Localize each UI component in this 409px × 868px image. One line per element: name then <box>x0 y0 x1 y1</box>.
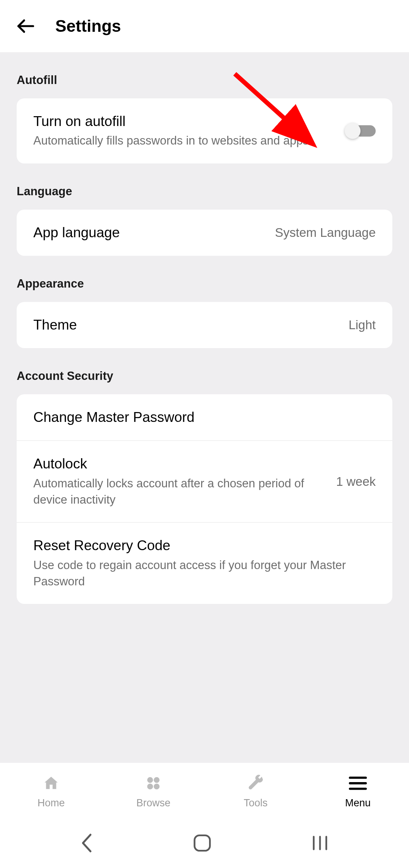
row-change-master-password[interactable]: Change Master Password <box>17 394 392 440</box>
nav-label: Menu <box>345 797 371 809</box>
section-header-autofill: Autofill <box>17 73 392 87</box>
system-back-button[interactable] <box>80 833 94 854</box>
autofill-toggle[interactable] <box>345 123 376 139</box>
row-left: Theme <box>33 316 337 334</box>
svg-point-4 <box>154 777 159 782</box>
arrow-left-icon <box>16 16 36 36</box>
row-title: Turn on autofill <box>33 113 333 130</box>
svg-point-3 <box>147 777 153 782</box>
row-subtitle: Automatically fills passwords in to webs… <box>33 132 333 149</box>
nav-item-tools[interactable]: Tools <box>204 763 307 820</box>
svg-rect-10 <box>195 835 210 851</box>
row-turn-on-autofill[interactable]: Turn on autofill Automatically fills pas… <box>17 98 392 163</box>
page-title: Settings <box>55 17 121 36</box>
card-account-security: Change Master Password Autolock Automati… <box>17 394 392 604</box>
section-header-appearance: Appearance <box>17 277 392 291</box>
svg-point-6 <box>154 783 159 789</box>
row-left: App language <box>33 224 264 241</box>
row-value: System Language <box>275 226 376 240</box>
nav-item-home[interactable]: Home <box>0 763 102 820</box>
chevron-left-icon <box>80 833 94 853</box>
section-header-language: Language <box>17 185 392 198</box>
row-title: App language <box>33 224 264 241</box>
nav-label: Browse <box>136 797 170 809</box>
nav-label: Home <box>37 797 65 809</box>
row-title: Autolock <box>33 455 325 473</box>
row-autolock[interactable]: Autolock Automatically locks account aft… <box>17 440 392 522</box>
row-left: Turn on autofill Automatically fills pas… <box>33 113 333 149</box>
header: Settings <box>0 0 409 52</box>
row-left: Change Master Password <box>33 409 376 426</box>
row-subtitle: Automatically locks account after a chos… <box>33 475 325 508</box>
row-title: Theme <box>33 316 337 334</box>
toggle-thumb <box>345 123 361 139</box>
row-left: Autolock Automatically locks account aft… <box>33 455 325 508</box>
system-nav <box>0 820 409 868</box>
system-recents-button[interactable] <box>311 835 329 853</box>
menu-icon <box>348 774 367 793</box>
wrench-icon <box>246 774 265 793</box>
home-icon <box>42 774 61 793</box>
row-app-language[interactable]: App language System Language <box>17 210 392 256</box>
bottom-nav: Home Browse Tools Menu <box>0 763 409 820</box>
nav-label: Tools <box>244 797 267 809</box>
content: Autofill Turn on autofill Automatically … <box>0 73 409 604</box>
three-bars-icon <box>311 835 329 851</box>
nav-item-browse[interactable]: Browse <box>102 763 204 820</box>
system-home-button[interactable] <box>193 834 211 854</box>
row-value: Light <box>348 318 376 332</box>
row-subtitle: Use code to regain account access if you… <box>33 557 376 590</box>
row-title: Change Master Password <box>33 409 376 426</box>
row-title: Reset Recovery Code <box>33 537 376 554</box>
card-language: App language System Language <box>17 210 392 256</box>
grid-icon <box>144 774 163 793</box>
rounded-square-icon <box>193 834 211 852</box>
back-button[interactable] <box>15 16 36 37</box>
nav-item-menu[interactable]: Menu <box>307 763 409 820</box>
row-left: Reset Recovery Code Use code to regain a… <box>33 537 376 590</box>
section-header-account-security: Account Security <box>17 369 392 383</box>
card-autofill: Turn on autofill Automatically fills pas… <box>17 98 392 163</box>
svg-point-5 <box>147 783 153 789</box>
row-value: 1 week <box>336 474 376 489</box>
row-theme[interactable]: Theme Light <box>17 302 392 348</box>
row-reset-recovery-code[interactable]: Reset Recovery Code Use code to regain a… <box>17 522 392 604</box>
card-appearance: Theme Light <box>17 302 392 348</box>
